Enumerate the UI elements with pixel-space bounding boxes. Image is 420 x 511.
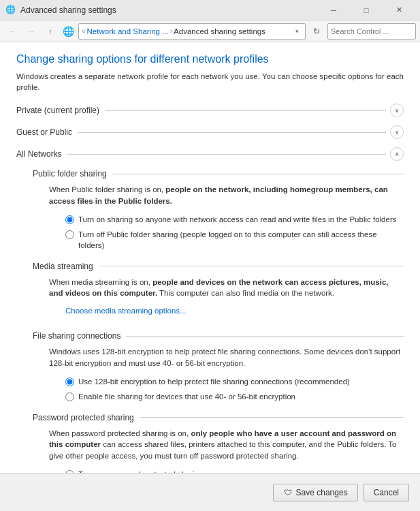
subsection-file-title: File sharing connections: [33, 331, 404, 341]
minimize-button[interactable]: ─: [318, 0, 349, 20]
page-description: Windows creates a separate network profi…: [16, 71, 404, 93]
subsection-file-line: [126, 336, 404, 337]
subsection-password-sharing: Password protected sharing When password…: [33, 413, 404, 473]
subsection-password-line: [140, 417, 404, 418]
radio-use-128-label: Use 128-bit encryption to help protect f…: [78, 376, 350, 387]
address-bar[interactable]: « Network and Sharing ... › Advanced sha…: [78, 23, 306, 40]
subsection-public-folder-line: [112, 174, 404, 174]
close-button[interactable]: ✕: [383, 0, 415, 20]
public-folder-desc: When Public folder sharing is on, people…: [49, 184, 404, 206]
footer: 🛡 Save changes Cancel: [0, 473, 420, 511]
up-button[interactable]: ↑: [42, 23, 59, 40]
address-breadcrumb-network[interactable]: Network and Sharing ...: [87, 27, 169, 35]
file-sharing-desc: Windows uses 128-bit encryption to help …: [49, 346, 404, 369]
radio-turn-on-sharing[interactable]: Turn on sharing so anyone with network a…: [65, 214, 404, 225]
search-box[interactable]: 🔍: [327, 23, 416, 40]
section-all-networks-chevron[interactable]: ∧: [390, 147, 404, 161]
refresh-button[interactable]: ↻: [308, 23, 325, 40]
section-all-networks-label: All Networks: [16, 149, 62, 159]
subsection-media-streaming: Media streaming When media streaming is …: [33, 262, 404, 320]
subsection-media-line: [99, 266, 404, 266]
media-streaming-options-link[interactable]: Choose media streaming options...: [65, 307, 187, 315]
radio-turn-off-public-label: Turn off Public folder sharing (people l…: [78, 229, 404, 251]
section-private: Private (current profile) ∨: [16, 104, 404, 117]
window-controls: ─ □ ✕: [318, 0, 415, 20]
radio-turn-on-sharing-label: Turn on sharing so anyone with network a…: [78, 214, 397, 225]
media-desc: When media streaming is on, people and d…: [49, 277, 404, 299]
section-private-line: [105, 110, 386, 111]
radio-enable-40-56-input[interactable]: [65, 392, 74, 401]
save-changes-button[interactable]: 🛡 Save changes: [273, 484, 358, 501]
page-title: Change sharing options for different net…: [16, 53, 404, 65]
back-button[interactable]: ←: [4, 23, 20, 40]
forward-button[interactable]: →: [23, 23, 39, 40]
subsection-public-folder-title: Public folder sharing: [33, 169, 404, 179]
cancel-button[interactable]: Cancel: [364, 484, 409, 501]
subsection-media-title: Media streaming: [33, 262, 404, 271]
subsection-password-title: Password protected sharing: [33, 413, 404, 422]
section-guest-chevron[interactable]: ∨: [390, 125, 404, 139]
main-content: Change sharing options for different net…: [0, 42, 420, 473]
section-private-label: Private (current profile): [16, 106, 99, 115]
radio-turn-on-sharing-input[interactable]: [65, 215, 74, 224]
subsection-public-folder-label: Public folder sharing: [33, 169, 107, 179]
subsection-file-sharing: File sharing connections Windows uses 12…: [33, 331, 404, 402]
shield-icon: 🛡: [283, 488, 293, 497]
address-arrow: ›: [170, 27, 172, 35]
public-folder-radio-group: Turn on sharing so anyone with network a…: [65, 214, 404, 251]
radio-use-128-input[interactable]: [65, 377, 74, 386]
app-icon: 🌐: [5, 5, 16, 16]
navigation-bar: ← → ↑ 🌐 « Network and Sharing ... › Adva…: [0, 20, 420, 42]
section-guest: Guest or Public ∨: [16, 125, 404, 139]
subsection-public-folder: Public folder sharing When Public folder…: [33, 169, 404, 251]
save-changes-label: Save changes: [296, 488, 348, 497]
section-guest-label: Guest or Public: [16, 127, 72, 137]
address-parts: « Network and Sharing ... › Advanced sha…: [82, 27, 291, 35]
address-dropdown-icon[interactable]: ▾: [291, 23, 302, 40]
network-icon: 🌐: [63, 26, 74, 37]
file-sharing-radio-group: Use 128-bit encryption to help protect f…: [65, 376, 404, 402]
maximize-button[interactable]: □: [351, 0, 382, 20]
title-bar: 🌐 Advanced sharing settings ─ □ ✕: [0, 0, 420, 20]
subsection-password-label: Password protected sharing: [33, 413, 134, 422]
radio-turn-off-public-input[interactable]: [65, 230, 74, 239]
section-guest-line: [78, 132, 386, 133]
radio-enable-40-56-label: Enable file sharing for devices that use…: [78, 391, 295, 402]
cancel-label: Cancel: [374, 488, 399, 497]
section-private-chevron[interactable]: ∨: [390, 104, 404, 117]
window-title: Advanced sharing settings: [20, 5, 318, 15]
subsection-media-label: Media streaming: [33, 262, 93, 271]
radio-use-128[interactable]: Use 128-bit encryption to help protect f…: [65, 376, 404, 387]
section-all-networks-line: [67, 154, 386, 155]
address-separator: «: [82, 27, 86, 35]
subsection-file-label: File sharing connections: [33, 331, 120, 341]
radio-enable-40-56[interactable]: Enable file sharing for devices that use…: [65, 391, 404, 402]
section-all-networks: All Networks ∧: [16, 147, 404, 161]
radio-turn-off-public[interactable]: Turn off Public folder sharing (people l…: [65, 229, 404, 251]
address-breadcrumb-current: Advanced sharing settings: [174, 27, 265, 35]
search-input[interactable]: [331, 27, 420, 35]
password-sharing-desc: When password protected sharing is on, o…: [49, 428, 404, 462]
